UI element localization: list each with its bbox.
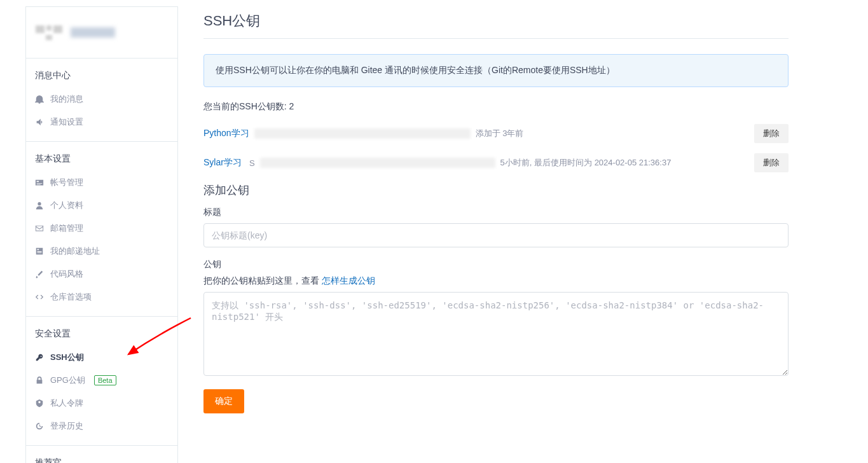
sidebar-user-header: [26, 7, 177, 59]
ssh-key-row: Sylar学习S5小时前, 最后使用时间为 2024-02-05 21:36:3…: [203, 153, 789, 172]
public-key-textarea[interactable]: [203, 292, 789, 376]
sidebar-item-label: 通知设置: [50, 116, 83, 128]
sidebar-item-bell[interactable]: 我的消息: [26, 88, 177, 111]
ssh-key-fingerprint-hint: S: [249, 158, 255, 168]
sidebar-section-title: 基本设置: [26, 149, 177, 171]
sidebar-item-label: SSH公钥: [50, 352, 84, 363]
sidebar-item-label: 仓库首选项: [50, 291, 92, 303]
sidebar-item-label: 邮箱管理: [50, 223, 83, 234]
sidebar: 消息中心我的消息通知设置基本设置帐号管理个人资料邮箱管理我的邮递地址代码风格仓库…: [25, 6, 178, 463]
ssh-key-meta: 5小时前, 最后使用时间为 2024-02-05 21:36:37: [500, 157, 672, 169]
ssh-key-meta: 添加于 3年前: [476, 128, 524, 139]
delete-key-button[interactable]: 删除: [754, 124, 789, 143]
sidebar-section: 推荐官: [26, 446, 177, 463]
sidebar-item-address[interactable]: 我的邮递地址: [26, 240, 177, 263]
title-field-label: 标题: [203, 207, 789, 218]
token-icon: [35, 399, 44, 408]
sidebar-section-title: 安全设置: [26, 324, 177, 346]
key-field-label: 公钥: [203, 259, 789, 270]
sidebar-item-brush[interactable]: 代码风格: [26, 263, 177, 286]
sidebar-item-label: 我的邮递地址: [50, 245, 100, 257]
main-content: SSH公钥 使用SSH公钥可以让你在你的电脑和 Gitee 通讯的时候使用安全连…: [178, 0, 814, 463]
avatar: [35, 18, 63, 46]
code-icon: [35, 293, 44, 301]
sidebar-section: 安全设置SSH公钥GPG公钥Beta私人令牌登录历史: [26, 317, 177, 446]
sidebar-item-code[interactable]: 仓库首选项: [26, 286, 177, 308]
ssh-key-fingerprint-redacted: [260, 158, 495, 168]
ssh-key-row: Python学习添加于 3年前删除: [203, 124, 789, 143]
sidebar-item-history[interactable]: 登录历史: [26, 415, 177, 438]
add-key-title: 添加公钥: [203, 183, 789, 198]
lock-icon: [35, 376, 44, 385]
sidebar-section-title: 消息中心: [26, 66, 177, 88]
sidebar-item-label: 代码风格: [50, 268, 83, 280]
submit-button[interactable]: 确定: [203, 389, 244, 413]
ssh-key-name-link[interactable]: Python学习: [203, 128, 249, 139]
ssh-key-name-link[interactable]: Sylar学习: [203, 157, 242, 169]
sidebar-item-label: 私人令牌: [50, 397, 83, 409]
sidebar-item-token[interactable]: 私人令牌: [26, 392, 177, 415]
sidebar-item-id-card[interactable]: 帐号管理: [26, 171, 177, 194]
sidebar-section: 基本设置帐号管理个人资料邮箱管理我的邮递地址代码风格仓库首选项: [26, 142, 177, 317]
page-title: SSH公钥: [203, 11, 789, 39]
key-icon: [35, 353, 44, 362]
sidebar-item-mail[interactable]: 邮箱管理: [26, 217, 177, 240]
sidebar-item-label: GPG公钥: [50, 375, 85, 386]
brush-icon: [35, 270, 44, 279]
delete-key-button[interactable]: 删除: [754, 153, 789, 172]
sidebar-item-user[interactable]: 个人资料: [26, 194, 177, 217]
sidebar-item-speaker[interactable]: 通知设置: [26, 111, 177, 134]
beta-badge: Beta: [94, 375, 116, 385]
sidebar-item-key[interactable]: SSH公钥: [26, 346, 177, 369]
history-icon: [35, 422, 44, 431]
bell-icon: [35, 95, 44, 104]
key-count: 您当前的SSH公钥数: 2: [203, 101, 789, 113]
sidebar-item-lock[interactable]: GPG公钥Beta: [26, 369, 177, 392]
user-icon: [35, 201, 44, 210]
address-icon: [35, 247, 44, 256]
sidebar-item-label: 个人资料: [50, 200, 83, 211]
id-card-icon: [35, 178, 44, 187]
sidebar-section-title: 推荐官: [26, 453, 177, 463]
info-banner: 使用SSH公钥可以让你在你的电脑和 Gitee 通讯的时候使用安全连接（Git的…: [203, 54, 789, 87]
speaker-icon: [35, 118, 44, 127]
sidebar-item-label: 登录历史: [50, 420, 83, 432]
user-name-redacted: [71, 27, 115, 38]
how-to-generate-link[interactable]: 怎样生成公钥: [322, 275, 375, 286]
paste-hint-row: 把你的公钥粘贴到这里，查看 怎样生成公钥: [203, 275, 789, 287]
sidebar-section: 消息中心我的消息通知设置: [26, 59, 177, 142]
title-input[interactable]: [203, 223, 789, 247]
mail-icon: [35, 224, 44, 233]
sidebar-item-label: 帐号管理: [50, 177, 83, 188]
sidebar-item-label: 我的消息: [50, 93, 83, 105]
ssh-key-fingerprint-redacted: [254, 128, 471, 139]
